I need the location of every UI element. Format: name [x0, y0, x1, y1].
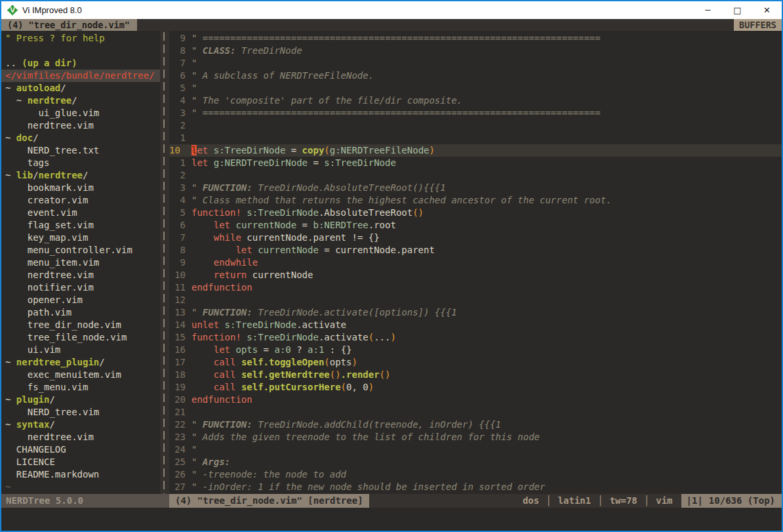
editor-line[interactable]: 13" FUNCTION: TreeDirNode.activate([opti…	[169, 306, 782, 319]
editor-line[interactable]: 24"	[169, 443, 782, 456]
editor-line[interactable]: 17 call self.toggleOpen(opts)	[169, 356, 782, 369]
tree-item[interactable]: ~ autoload/	[1, 82, 160, 94]
token-i: g:NERDTreeFileNode	[330, 145, 430, 155]
buffers-tab[interactable]: BUFFERS	[734, 19, 782, 31]
editor-line[interactable]: 22" FUNCTION: TreeDirNode.addChild(treen…	[169, 419, 782, 431]
active-tab[interactable]: (4) "tree_dir_node.vim"	[1, 19, 137, 31]
editor-line[interactable]: 3" =====================================…	[169, 107, 782, 119]
tree-item[interactable]: ~ doc/	[1, 132, 160, 144]
editor-line[interactable]: 7 while currentNode.parent != {}	[169, 232, 782, 244]
token-i: g:NERDTreeDirNode	[214, 157, 308, 168]
token-n: ~	[5, 170, 16, 180]
tree-item[interactable]: exec_menuitem.vim	[1, 369, 160, 381]
split-separator[interactable]	[160, 31, 169, 494]
editor-line[interactable]: 4" Class method that returns the highest…	[169, 194, 782, 207]
tree-item[interactable]: CHANGELOG	[1, 443, 160, 456]
tree-item[interactable]: ui.vim	[1, 344, 160, 356]
tree-item[interactable]: event.vim	[1, 207, 160, 219]
tree-item[interactable]: LICENCE	[1, 456, 160, 468]
window-controls: ─ □ ✕	[693, 1, 782, 19]
token-d: (up a dir)	[22, 58, 77, 68]
tree-item[interactable]: notifier.vim	[1, 281, 160, 294]
editor-panel[interactable]: 9" =====================================…	[169, 31, 782, 494]
editor-line[interactable]: 27" -inOrder: 1 if the new node should b…	[169, 481, 782, 493]
tree-item[interactable]: ~ syntax/	[1, 419, 160, 431]
token-n: bookmark.vim	[5, 182, 94, 193]
editor-line[interactable]: 23" Adds the given treenode to the list …	[169, 431, 782, 443]
tree-item[interactable]: creator.vim	[1, 194, 160, 207]
window-title: Vi IMproved 8.0	[22, 5, 82, 15]
editor-line[interactable]: 9" =====================================…	[169, 32, 782, 45]
tree-item[interactable]	[1, 45, 160, 57]
tree-item[interactable]: flag_set.vim	[1, 219, 160, 232]
editor-line[interactable]: 9 endwhile	[169, 256, 782, 269]
tree-item[interactable]: NERD_tree.vim	[1, 406, 160, 419]
editor-line[interactable]: 11endfunction	[169, 281, 782, 294]
token-n: nerdtree.vim	[5, 120, 94, 131]
token-n: opts	[330, 357, 352, 367]
tree-item[interactable]: ~ nerdtree/	[1, 94, 160, 107]
editor-line[interactable]: 18 call self.getNerdtree().render()	[169, 369, 782, 381]
tree-item[interactable]: .. (up a dir)	[1, 57, 160, 70]
token-i: s:TreeDirNode	[214, 145, 286, 155]
editor-line[interactable]: 2	[169, 169, 782, 182]
line-number: 19	[169, 381, 186, 394]
tree-item[interactable]: ~	[1, 481, 160, 493]
editor-line[interactable]: 10 return currentNode	[169, 269, 782, 281]
tree-item[interactable]: ui_glue.vim	[1, 107, 160, 119]
editor-line[interactable]: 16 let opts = a:0 ? a:1 : {}	[169, 344, 782, 356]
editor-line[interactable]: 19 call self.putCursorHere(0, 0)	[169, 381, 782, 394]
token-n: /	[99, 357, 104, 367]
tree-item[interactable]: tree_dir_node.vim	[1, 319, 160, 331]
token-n: fs_menu.vim	[5, 382, 88, 392]
tree-item[interactable]: menu_item.vim	[1, 256, 160, 269]
token-cb: FUNCTION:	[203, 182, 252, 193]
tree-item[interactable]: opener.vim	[1, 294, 160, 306]
tree-item[interactable]: fs_menu.vim	[1, 381, 160, 394]
line-number: 6	[169, 219, 186, 232]
minimize-button[interactable]: ─	[693, 1, 723, 19]
command-line[interactable]	[1, 508, 782, 531]
tree-item[interactable]: path.vim	[1, 306, 160, 319]
tree-item[interactable]: menu_controller.vim	[1, 244, 160, 256]
tree-item[interactable]: tags	[1, 157, 160, 169]
editor-line[interactable]: 3" FUNCTION: TreeDirNode.AbsoluteTreeRoo…	[169, 182, 782, 194]
tree-item[interactable]: README.markdown	[1, 468, 160, 481]
editor-line[interactable]: 25" Args:	[169, 456, 782, 468]
tree-item[interactable]: ~ plugin/	[1, 394, 160, 406]
editor-line[interactable]: 5"	[169, 82, 782, 94]
tree-item[interactable]: nerdtree.vim	[1, 119, 160, 132]
line-number: 17	[169, 356, 186, 369]
editor-line[interactable]: 8" CLASS: TreeDirNode	[169, 45, 782, 57]
tree-item[interactable]: ~ lib/nerdtree/	[1, 169, 160, 182]
statusline-position: |1| 10/636 (Top)	[681, 494, 782, 508]
editor-line[interactable]: 12	[169, 294, 782, 306]
editor-line[interactable]: 26" -treenode: the node to add	[169, 468, 782, 481]
maximize-button[interactable]: □	[723, 1, 752, 19]
tree-item[interactable]: nerdtree.vim	[1, 431, 160, 443]
editor-line[interactable]: 20endfunction	[169, 394, 782, 406]
tree-item[interactable]: bookmark.vim	[1, 182, 160, 194]
editor-line[interactable]: 1	[169, 132, 782, 144]
token-n: .activate	[319, 332, 369, 342]
editor-cursor-line[interactable]: 10let s:TreeDirNode = copy(g:NERDTreeFil…	[169, 144, 782, 157]
editor-line[interactable]: 2	[169, 119, 782, 132]
editor-line[interactable]: 6" A subclass of NERDTreeFileNode.	[169, 70, 782, 82]
editor-line[interactable]: 6 let currentNode = b:NERDTree.root	[169, 219, 782, 232]
tree-item[interactable]: nerdtree.vim	[1, 269, 160, 281]
editor-line[interactable]: 8 let currentNode = currentNode.parent	[169, 244, 782, 256]
tree-root-item[interactable]: </vimfiles/bundle/nerdtree/	[1, 70, 160, 82]
tree-item[interactable]: tree_file_node.vim	[1, 331, 160, 344]
editor-line[interactable]: 14unlet s:TreeDirNode.activate	[169, 319, 782, 331]
editor-line[interactable]: 4" The 'composite' part of the file/dir …	[169, 94, 782, 107]
tree-item[interactable]: " Press ? for help	[1, 32, 160, 45]
close-button[interactable]: ✕	[752, 1, 782, 19]
editor-line[interactable]: 7"	[169, 57, 782, 70]
editor-line[interactable]: 15function! s:TreeDirNode.activate(...)	[169, 331, 782, 344]
editor-line[interactable]: 1let g:NERDTreeDirNode = s:TreeDirNode	[169, 157, 782, 169]
tree-item[interactable]: key_map.vim	[1, 232, 160, 244]
tree-item[interactable]: NERD_tree.txt	[1, 144, 160, 157]
tree-item[interactable]: ~ nerdtree_plugin/	[1, 356, 160, 369]
editor-line[interactable]: 21	[169, 406, 782, 419]
editor-line[interactable]: 5function! s:TreeDirNode.AbsoluteTreeRoo…	[169, 207, 782, 219]
